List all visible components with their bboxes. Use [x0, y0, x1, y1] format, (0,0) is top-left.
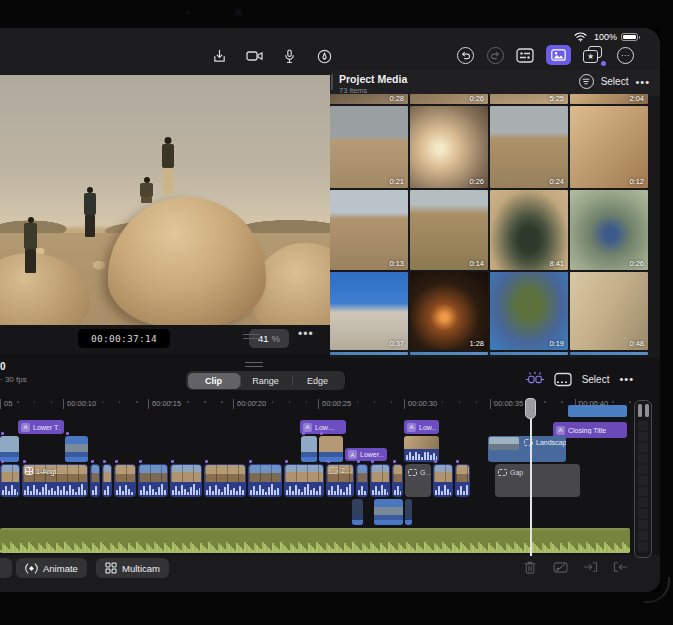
microphone-icon[interactable] — [280, 47, 298, 65]
primary-clip[interactable] — [0, 464, 20, 497]
primary-clip[interactable] — [356, 464, 368, 497]
gap-clip[interactable]: G… — [405, 464, 431, 497]
person-left — [84, 187, 96, 237]
media-thumbnail[interactable]: 0:37 — [330, 272, 408, 350]
import-icon[interactable] — [210, 47, 228, 65]
primary-clip[interactable] — [248, 464, 282, 497]
clip-waveform — [435, 482, 451, 495]
primary-clip[interactable] — [455, 464, 470, 497]
duration-badge: 0:13 — [389, 259, 404, 268]
connected-clip-below[interactable] — [352, 499, 363, 525]
more-icon[interactable]: ... — [617, 47, 634, 64]
status-bar: 100% — [572, 30, 638, 43]
primary-clip[interactable] — [204, 464, 246, 497]
media-thumbnail[interactable] — [330, 352, 408, 355]
media-thumbnail[interactable]: 0:19 — [490, 272, 568, 350]
audio-clip[interactable] — [0, 528, 630, 553]
app-screenshot: { "status_bar": { "battery": "100%" }, "… — [0, 0, 673, 625]
connected-clip-below[interactable] — [374, 499, 403, 525]
duration-badge: 0:48 — [629, 339, 644, 348]
timeline-mini-scrollbar[interactable] — [634, 400, 652, 558]
media-thumbnail[interactable]: 0:21 — [330, 106, 408, 188]
inspector-icon[interactable] — [516, 46, 534, 64]
media-more-icon[interactable]: ••• — [635, 78, 650, 86]
viewer-preview[interactable] — [0, 75, 330, 325]
media-thumbnail[interactable]: 0:48 — [570, 272, 648, 350]
append-icon[interactable] — [612, 559, 628, 575]
clip-waveform — [2, 482, 18, 495]
connected-clip[interactable] — [65, 436, 88, 462]
media-thumbnail[interactable]: 5:25 — [490, 94, 568, 104]
clip-waveform — [328, 482, 352, 495]
clip-filmstrip — [357, 465, 367, 482]
overwrite-icon[interactable] — [582, 559, 598, 575]
clip-waveform — [406, 450, 437, 460]
panel-drag-handle[interactable] — [243, 334, 260, 339]
media-thumbnail[interactable]: 8:41 — [490, 190, 568, 270]
effects-browser-icon[interactable]: ★ — [583, 46, 605, 65]
media-thumbnail[interactable]: 0:12 — [570, 106, 648, 188]
clip-waveform — [250, 482, 280, 495]
media-thumbnail[interactable] — [570, 352, 648, 355]
connected-clip-below[interactable] — [405, 499, 412, 525]
primary-clip[interactable] — [102, 464, 112, 497]
primary-clip[interactable] — [433, 464, 453, 497]
primary-clip[interactable] — [114, 464, 136, 497]
clip-filmstrip — [171, 465, 201, 482]
timecode-display[interactable]: 00:00:37:14 — [78, 329, 170, 348]
media-thumbnail[interactable]: 0:26 — [410, 106, 488, 188]
media-thumbnail[interactable]: 0:13 — [330, 190, 408, 270]
primary-clip[interactable] — [392, 464, 403, 497]
title-clip[interactable]: ALow… — [300, 420, 346, 434]
primary-clip[interactable] — [284, 464, 324, 497]
primary-clip[interactable] — [170, 464, 202, 497]
cutoff-button[interactable] — [0, 558, 12, 578]
pencil-icon[interactable] — [315, 47, 333, 65]
clip-anchor-dot — [434, 460, 437, 463]
primary-clip[interactable]: 1-Angl… — [22, 464, 88, 497]
media-thumbnail[interactable] — [490, 352, 568, 355]
connected-clip[interactable] — [301, 436, 317, 462]
viewer-more-icon[interactable]: ••• — [298, 327, 314, 341]
media-thumbnail[interactable]: 2:04 — [570, 94, 648, 104]
media-thumbnail[interactable]: 0:26 — [410, 94, 488, 104]
connected-clip[interactable] — [0, 436, 19, 462]
clip-label: Gap — [498, 469, 523, 476]
primary-clip[interactable] — [138, 464, 168, 497]
clip-label: 1-Angl… — [25, 467, 63, 475]
connected-clip[interactable] — [319, 436, 343, 462]
title-clip-label: Lower T… — [33, 424, 61, 431]
undo-icon[interactable] — [456, 46, 474, 64]
media-thumbnail[interactable]: 0:28 — [330, 94, 408, 104]
media-thumbnail[interactable]: 0:26 — [570, 190, 648, 270]
blade-icon[interactable] — [552, 559, 568, 575]
title-clip[interactable]: ALow… — [404, 420, 439, 434]
playhead-line[interactable] — [530, 416, 532, 556]
media-thumbnail[interactable]: 0:14 — [410, 190, 488, 270]
gap-clip[interactable]: Gap — [495, 464, 580, 497]
redo-icon[interactable] — [486, 46, 504, 64]
photos-browser-icon[interactable] — [546, 45, 571, 65]
filter-icon[interactable] — [579, 74, 594, 89]
animate-button[interactable]: Animate — [16, 558, 87, 578]
multicam-button[interactable]: Multicam — [96, 558, 169, 578]
playhead-handle[interactable] — [525, 398, 536, 419]
media-select-button[interactable]: Select — [601, 76, 629, 87]
primary-clip[interactable]: 2… — [326, 464, 354, 497]
trash-icon[interactable] — [522, 559, 538, 575]
clip-anchor-dot — [456, 460, 459, 463]
clip-color-strip — [65, 457, 88, 462]
title-clip[interactable]: ALower… — [345, 448, 387, 461]
duration-badge: 8:41 — [549, 259, 564, 268]
title-clip[interactable]: ALower T… — [18, 420, 64, 434]
connected-clip-landscape[interactable]: Landscap… — [488, 436, 566, 462]
primary-clip[interactable] — [370, 464, 390, 497]
camera-icon[interactable] — [245, 47, 263, 65]
connected-av-clip[interactable] — [404, 436, 439, 462]
media-thumbnail[interactable]: 1:28 — [410, 272, 488, 350]
media-thumbnail[interactable]: 0:24 — [490, 106, 568, 188]
media-thumbnail[interactable] — [410, 352, 488, 355]
timeline-clip-blue[interactable] — [568, 405, 627, 417]
battery-icon — [621, 33, 638, 41]
primary-clip[interactable] — [90, 464, 100, 497]
